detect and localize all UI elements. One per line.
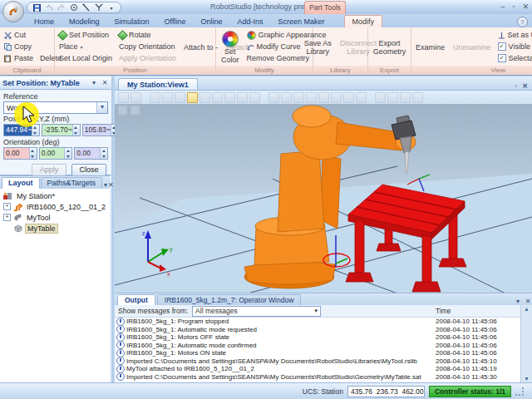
message-filter-dropdown[interactable]: All messages ▼ — [192, 306, 321, 317]
orientation-z-field[interactable]: 0.00 — [74, 147, 108, 160]
tab-online[interactable]: Online — [193, 16, 229, 27]
help-icon[interactable]: ? — [517, 17, 528, 27]
view-close-icon[interactable]: ✕ — [522, 82, 528, 90]
viewport-tool-icon[interactable] — [249, 92, 260, 103]
tree-item-mytable[interactable]: MyTable — [0, 223, 110, 234]
unexamine-button[interactable]: Unexamine — [451, 42, 493, 53]
tab-operator-window[interactable]: IRB1600_5kg_1.2m_7: Operator Window — [157, 294, 301, 305]
tab-paths-targets[interactable]: Paths&Targets — [41, 177, 103, 189]
viewport-tool-icon[interactable] — [187, 92, 198, 103]
orientation-x-field[interactable]: 0.00 — [3, 147, 37, 160]
spin-arrows[interactable] — [32, 125, 39, 135]
maximize-icon[interactable]: ▫ — [512, 2, 515, 11]
spin-arrows[interactable] — [64, 148, 71, 159]
3d-viewport[interactable]: x y z — [115, 104, 532, 293]
message-row[interactable]: IRB1600_5kg_1: Motors ON state2008-04-10… — [115, 349, 532, 357]
tab-screen-maker[interactable]: Screen Maker — [270, 16, 332, 27]
position-x-field[interactable]: 447.94~ — [3, 124, 40, 136]
tab-output[interactable]: Output — [117, 294, 155, 305]
tab-add-ins[interactable]: Add-Ins — [229, 16, 270, 27]
paste-button[interactable]: Paste — [2, 52, 35, 64]
place-button[interactable]: Place▾ — [57, 41, 114, 52]
tree-item-station[interactable]: My Station* — [0, 190, 110, 201]
chevron-down-icon[interactable]: ▼ — [96, 102, 107, 113]
expand-plus-icon[interactable]: + — [3, 203, 11, 210]
copy-button[interactable]: Copy — [2, 41, 35, 52]
minimize-icon[interactable]: – — [500, 2, 505, 11]
message-row[interactable]: IRB1600_5kg_1: Motors OFF state2008-04-1… — [115, 333, 532, 342]
tab-simulation[interactable]: Simulation — [107, 16, 157, 27]
export-geometry-button[interactable]: Export Geometry — [371, 29, 409, 66]
viewport-tool-icon[interactable] — [200, 92, 210, 103]
cut-button[interactable]: Cut — [2, 29, 35, 41]
tree-item-robot[interactable]: + IRB1600_5_120__01_2 — [0, 201, 110, 212]
tab-modeling[interactable]: Modeling — [62, 16, 107, 27]
panel-menu-chevron-icon[interactable]: ▾ — [90, 79, 98, 86]
attach-to-button[interactable]: Attach to - — [181, 29, 220, 66]
message-row[interactable]: IRB1600_5kg_1: Automatic mode confirmed2… — [115, 342, 532, 350]
set-as-ucs-button[interactable]: Set as UCS — [496, 29, 532, 41]
save-as-library-button[interactable]: Save As Library — [302, 29, 334, 66]
output-scrollbar[interactable]: ▲ ▼ — [520, 305, 532, 383]
set-local-origin-button[interactable]: Set Local Origin — [57, 52, 114, 64]
viewport-tool-icon[interactable] — [412, 92, 423, 103]
viewport-tool-icon[interactable] — [224, 92, 235, 103]
panel-menu-chevron-icon[interactable]: ▾ — [514, 298, 522, 305]
tab-modify[interactable]: Modify — [344, 15, 383, 27]
copy-orientation-button[interactable]: Copy Orientation — [117, 41, 178, 52]
message-row[interactable]: IRB1600_5kg_1: Automatic mode requested2… — [115, 326, 532, 334]
view-maximize-icon[interactable]: ▫ — [515, 82, 517, 90]
viewport-tool-icon[interactable] — [318, 92, 329, 103]
close-icon[interactable]: ✕ — [522, 2, 529, 11]
close-button[interactable]: Close — [71, 164, 106, 176]
viewport-tool-icon[interactable] — [356, 92, 367, 103]
position-z-field[interactable]: 105.83~ — [82, 124, 119, 136]
tree-item-mytool[interactable]: + MyTool — [0, 212, 110, 223]
viewport-tool-icon[interactable] — [331, 92, 342, 103]
viewport-tool-icon[interactable] — [237, 92, 248, 103]
viewport-tool-icon[interactable] — [268, 92, 279, 103]
resize-grip[interactable] — [515, 387, 524, 396]
visible-checkbox[interactable]: ✓Visible — [496, 41, 532, 52]
message-row[interactable]: Imported C:\Documents and Settings\SEANS… — [115, 373, 532, 382]
spin-arrows[interactable] — [72, 125, 80, 135]
viewport-tool-icon[interactable] — [131, 92, 141, 103]
viewport-tool-icon[interactable] — [306, 92, 317, 103]
panel-close-icon[interactable]: ✕ — [101, 79, 109, 86]
viewport-tool-icon[interactable] — [212, 92, 223, 103]
spin-arrows[interactable] — [29, 148, 37, 159]
selectable-in-3d-view-checkbox[interactable]: ✓Selectable in 3D View — [496, 52, 532, 64]
tab-layout[interactable]: Layout — [2, 177, 40, 189]
viewport-tool-icon[interactable] — [150, 92, 160, 103]
scroll-up-icon[interactable]: ▲ — [524, 305, 530, 313]
tab-offline[interactable]: Offline — [157, 16, 194, 27]
message-row[interactable]: IRB1600_5kg_1: Program stopped2008-04-10… — [115, 318, 532, 326]
viewport-tool-icon[interactable] — [343, 92, 354, 103]
viewport-tool-icon[interactable] — [400, 92, 411, 103]
set-color-button[interactable]: Set Color — [219, 29, 242, 66]
viewport-tool-icon[interactable] — [293, 92, 304, 103]
set-position-button[interactable]: Set Position — [57, 29, 114, 41]
panel-menu-chevron-icon[interactable]: ▾ — [104, 181, 107, 189]
viewport-tool-icon[interactable] — [175, 92, 185, 103]
spin-arrows[interactable] — [100, 148, 107, 159]
panel-close-icon[interactable]: ✕ — [108, 181, 114, 189]
reference-dropdown[interactable]: World ▼ — [3, 101, 108, 114]
tab-home[interactable]: Home — [27, 16, 62, 27]
viewport-tool-icon[interactable] — [281, 92, 292, 103]
viewport-tool-icon[interactable] — [118, 92, 129, 103]
viewport-tool-icon[interactable] — [387, 92, 398, 103]
panel-close-icon[interactable]: ✕ — [524, 298, 532, 305]
application-menu-button[interactable] — [2, 1, 24, 22]
message-row[interactable]: MyTool attached to IRB1600_5_120__01_220… — [115, 365, 532, 373]
apply-button[interactable]: Apply — [32, 164, 66, 176]
viewport-tool-icon[interactable] — [375, 92, 386, 103]
expand-plus-icon[interactable]: + — [3, 214, 11, 221]
tab-station-view1[interactable]: My Station:View1 — [118, 78, 198, 90]
orientation-y-field[interactable]: 0.00 — [39, 147, 73, 160]
message-row[interactable]: Imported C:\Documents and Settings\SEANS… — [115, 357, 532, 366]
position-y-field[interactable]: -235.70~ — [42, 124, 81, 136]
apply-orientation-button[interactable]: Apply Orientation — [117, 52, 178, 64]
rotate-button[interactable]: Rotate — [117, 29, 178, 41]
examine-button[interactable]: Examine — [414, 42, 446, 53]
